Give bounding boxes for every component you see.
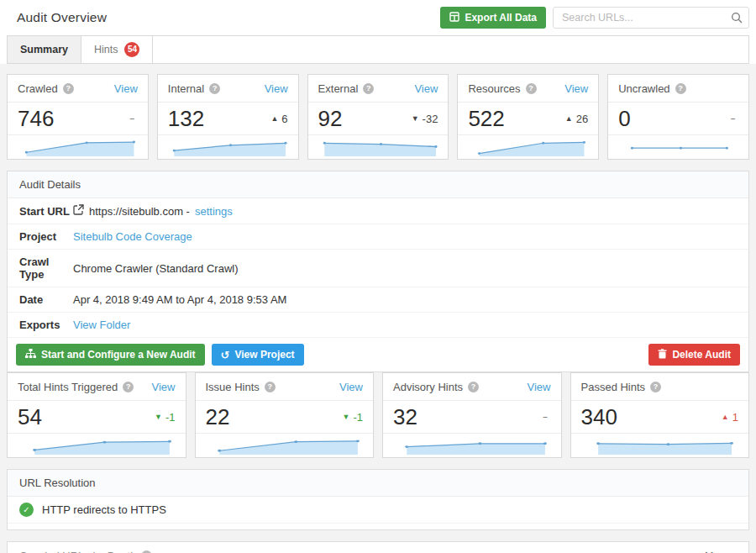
card-title: Resources xyxy=(468,82,520,95)
view-link[interactable]: View xyxy=(152,381,176,393)
header-controls: Export All Data xyxy=(440,7,749,29)
tab-summary[interactable]: Summary xyxy=(8,36,81,63)
card-title: Issue Hints xyxy=(206,381,260,393)
stat-card-uncrawled: Uncrawled 0 – xyxy=(607,74,749,160)
stat-card-internal: Internal View 132 ▲6 xyxy=(157,74,299,160)
date-value: Apr 4, 2018 9:49 AM to Apr 4, 2018 9:53 … xyxy=(73,293,286,306)
help-icon[interactable] xyxy=(650,382,661,392)
panel-header: Crawled URLs by Depth More xyxy=(8,542,748,553)
crawl-stat-cards: Crawled View 746 – Internal View 132 xyxy=(7,74,749,160)
sitemap-icon xyxy=(25,349,36,361)
help-icon[interactable] xyxy=(123,382,134,392)
detail-row-exports: Exports View Folder xyxy=(8,313,748,338)
stat-card-external: External View 92 ▼-32 xyxy=(307,74,449,160)
stat-delta: ▼-1 xyxy=(155,411,175,424)
export-button-label: Export All Data xyxy=(465,12,537,24)
search-icon[interactable] xyxy=(731,12,743,27)
more-label: More xyxy=(705,550,728,553)
detail-label: Crawl Type xyxy=(19,255,73,281)
help-icon[interactable] xyxy=(265,382,276,392)
stat-delta: ▲1 xyxy=(722,411,738,424)
sparkline-chart xyxy=(159,135,297,158)
detail-row-crawl-type: Crawl Type Chrome Crawler (Standard Craw… xyxy=(8,250,748,287)
stat-delta: ▲26 xyxy=(565,113,588,125)
help-icon[interactable] xyxy=(363,83,374,94)
stat-delta: ▼-32 xyxy=(412,113,438,125)
start-new-audit-label: Start and Configure a New Audit xyxy=(41,349,196,361)
help-icon[interactable] xyxy=(675,83,686,94)
start-new-audit-button[interactable]: Start and Configure a New Audit xyxy=(16,344,205,366)
tab-bar: Summary Hints 54 xyxy=(7,35,749,64)
detail-row-date: Date Apr 4, 2018 9:49 AM to Apr 4, 2018 … xyxy=(8,287,748,313)
export-all-data-button[interactable]: Export All Data xyxy=(440,7,546,29)
stat-delta: ▼-1 xyxy=(343,411,363,424)
search-box xyxy=(553,7,749,29)
hint-stat-cards: Total Hints Triggered View 54 ▼-1 Issue … xyxy=(7,372,749,458)
crawl-type-value: Chrome Crawler (Standard Crawl) xyxy=(73,262,239,275)
settings-link[interactable]: settings xyxy=(195,205,233,218)
view-link[interactable]: View xyxy=(528,381,551,393)
sparkline-chart xyxy=(197,434,373,456)
search-input[interactable] xyxy=(553,7,749,29)
crawled-urls-by-depth-panel: Crawled URLs by Depth More xyxy=(7,541,749,553)
card-title: Internal xyxy=(168,82,204,95)
more-dropdown[interactable]: More xyxy=(705,550,737,553)
view-link[interactable]: View xyxy=(564,82,588,95)
sparkline-chart xyxy=(8,135,147,158)
tab-hints[interactable]: Hints 54 xyxy=(81,36,153,63)
panel-header: URL Resolution xyxy=(8,470,748,497)
stat-card-resources: Resources View 522 ▲26 xyxy=(457,74,599,160)
audit-details-panel: Audit Details Start URL https://sitebulb… xyxy=(7,171,749,372)
view-link[interactable]: View xyxy=(114,82,138,95)
page-content: Crawled View 746 – Internal View 132 xyxy=(0,64,756,553)
panel-header: Audit Details xyxy=(8,171,748,198)
stat-delta: – xyxy=(130,114,138,123)
export-icon xyxy=(449,12,459,24)
stat-value: 92 xyxy=(318,106,343,132)
sparkline-chart xyxy=(459,135,597,158)
tab-summary-label: Summary xyxy=(20,44,68,55)
page-title: Audit Overview xyxy=(17,10,107,25)
view-project-button[interactable]: View Project xyxy=(212,344,304,366)
view-folder-link[interactable]: View Folder xyxy=(73,319,130,331)
sparkline-chart xyxy=(384,434,560,456)
delete-audit-button[interactable]: Delete Audit xyxy=(648,344,740,366)
stat-card-total-hints: Total Hints Triggered View 54 ▼-1 xyxy=(7,372,186,458)
tab-hints-label: Hints xyxy=(94,44,118,55)
stat-value: 32 xyxy=(393,404,417,430)
help-icon[interactable] xyxy=(526,83,537,94)
view-link[interactable]: View xyxy=(265,82,288,95)
rotate-icon xyxy=(221,349,230,361)
help-icon[interactable] xyxy=(63,83,74,94)
stat-value: 0 xyxy=(618,106,630,132)
project-link[interactable]: Sitebulb Code Coverage xyxy=(73,230,192,243)
stat-card-crawled: Crawled View 746 – xyxy=(7,74,149,160)
detail-label: Project xyxy=(19,230,73,243)
stat-value: 340 xyxy=(581,404,617,430)
card-title: Total Hints Triggered xyxy=(18,381,118,393)
stat-value: 54 xyxy=(18,404,42,430)
stat-card-passed-hints: Passed Hints 340 ▲1 xyxy=(570,372,750,458)
stat-delta: – xyxy=(731,114,738,123)
detail-row-start-url: Start URL https://sitebulb.com - setting… xyxy=(8,198,748,224)
stat-value: 22 xyxy=(206,404,230,430)
check-circle-icon xyxy=(19,503,34,517)
detail-label: Exports xyxy=(19,319,73,331)
stat-card-advisory-hints: Advisory Hints View 32 – xyxy=(382,372,562,458)
card-title: External xyxy=(318,82,359,95)
sparkline-chart xyxy=(8,434,185,456)
stat-card-issue-hints: Issue Hints View 22 ▼-1 xyxy=(195,372,375,458)
stat-delta: – xyxy=(543,413,550,421)
stat-value: 522 xyxy=(468,106,504,132)
view-link[interactable]: View xyxy=(339,381,363,393)
detail-row-project: Project Sitebulb Code Coverage xyxy=(8,224,748,250)
sparkline-chart xyxy=(609,135,748,158)
card-title: Passed Hints xyxy=(581,381,646,393)
view-link[interactable]: View xyxy=(414,82,438,95)
help-icon[interactable] xyxy=(209,83,220,94)
external-link-icon[interactable] xyxy=(73,204,84,218)
stat-value: 746 xyxy=(18,106,54,132)
detail-label: Date xyxy=(19,293,73,306)
help-icon[interactable] xyxy=(468,382,479,392)
chevron-down-icon xyxy=(732,550,737,553)
